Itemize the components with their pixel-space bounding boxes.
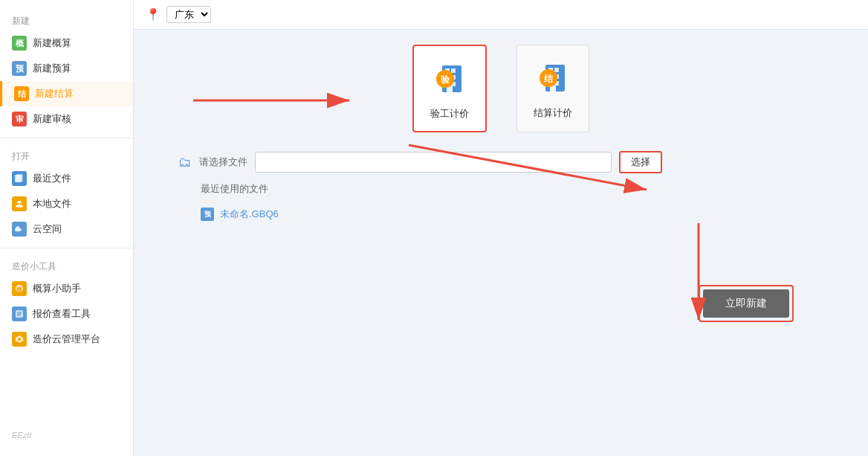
recent-label: 最近使用的文件 — [201, 182, 823, 196]
yanjian-card-icon: 验 — [427, 57, 472, 101]
shenhe-icon: 审 — [12, 112, 27, 126]
svg-point-11 — [18, 338, 21, 341]
location-bar: 📍 广东 — [134, 0, 868, 30]
svg-text:验: 验 — [440, 74, 450, 85]
guanli-icon — [12, 332, 27, 347]
file-row-icon: 🗂 — [178, 155, 192, 170]
sidebar-item-label: 云空间 — [33, 222, 62, 236]
divider-2 — [0, 248, 133, 248]
jiesuan-card-label: 结算计价 — [534, 106, 572, 120]
sidebar-item-label: 报价查看工具 — [33, 307, 91, 321]
location-select[interactable]: 广东 — [166, 6, 211, 23]
sidebar-item-label: 概算小助手 — [33, 282, 81, 295]
type-card-jiesuan[interactable]: 结 结算计价 — [516, 45, 589, 132]
location-icon: 📍 — [146, 7, 161, 22]
gaisuan-icon: 概 — [12, 281, 27, 296]
file-row: 🗂 请选择文件 选择 — [178, 151, 823, 173]
sidebar-item-gailan[interactable]: 概 新建概算 — [0, 30, 133, 56]
sidebar: 新建 概 新建概算 预 新建预算 结 新建结算 审 新建审核 打开 最近文件 本… — [0, 0, 134, 456]
sidebar-item-yusuan[interactable]: 预 新建预算 — [0, 56, 133, 81]
yanjian-card-label: 验工计价 — [430, 107, 469, 121]
recent-file-icon: 预 — [201, 208, 214, 221]
svg-rect-20 — [451, 68, 456, 73]
eezit-label: EEzIt — [0, 423, 133, 447]
type-card-yanjian[interactable]: 验 验工计价 — [412, 45, 487, 132]
sidebar-item-guanli[interactable]: 造价云管理平台 — [0, 327, 133, 352]
jiesuan-card-icon: 结 — [531, 56, 575, 100]
sidebar-item-cloud[interactable]: 云空间 — [0, 216, 133, 242]
jiesuan-icon: 结 — [14, 86, 29, 101]
sidebar-item-label: 造价云管理平台 — [33, 333, 100, 346]
recent-file-name: 未命名.GBQ6 — [220, 208, 279, 221]
local-icon — [12, 196, 27, 211]
sidebar-item-label: 新建结算 — [35, 87, 74, 100]
svg-text:结: 结 — [543, 74, 554, 84]
create-button-wrapper: 立即新建 — [699, 285, 794, 322]
sidebar-item-baojia[interactable]: 报价查看工具 — [0, 301, 133, 327]
file-label: 请选择文件 — [199, 155, 247, 169]
sidebar-item-shenhe[interactable]: 审 新建审核 — [0, 106, 133, 132]
main-content: 📍 广东 — [134, 0, 868, 456]
open-section-label: 打开 — [0, 144, 133, 166]
svg-point-4 — [20, 229, 22, 231]
sidebar-item-label: 最近文件 — [33, 172, 71, 185]
svg-text:概: 概 — [16, 286, 23, 293]
file-input[interactable] — [255, 152, 612, 173]
divider-1 — [0, 138, 133, 138]
sidebar-item-label: 新建概算 — [33, 36, 71, 50]
gailan-icon: 概 — [12, 36, 27, 51]
sidebar-item-label: 新建审核 — [33, 112, 71, 126]
cloud-icon — [12, 222, 27, 237]
file-section: 🗂 请选择文件 选择 最近使用的文件 预 未命名.GBQ6 — [163, 151, 838, 225]
sidebar-item-gaisuan[interactable]: 概 概算小助手 — [0, 276, 133, 301]
sidebar-item-local[interactable]: 本地文件 — [0, 191, 133, 216]
sidebar-item-jiesuan[interactable]: 结 新建结算 — [0, 81, 133, 106]
sidebar-item-recent[interactable]: 最近文件 — [0, 166, 133, 191]
sidebar-item-label: 本地文件 — [33, 197, 71, 211]
recent-icon — [12, 171, 27, 186]
create-button[interactable]: 立即新建 — [703, 289, 789, 318]
file-select-button[interactable]: 选择 — [619, 151, 662, 173]
svg-rect-1 — [16, 174, 23, 182]
tools-section-label: 造价小工具 — [0, 254, 133, 276]
yusuan-icon: 预 — [12, 61, 27, 76]
new-section-label: 新建 — [0, 9, 133, 30]
recent-file-item[interactable]: 预 未命名.GBQ6 — [178, 203, 823, 225]
svg-rect-30 — [554, 68, 559, 72]
baojia-icon — [12, 306, 27, 321]
sidebar-item-label: 新建预算 — [33, 62, 71, 75]
